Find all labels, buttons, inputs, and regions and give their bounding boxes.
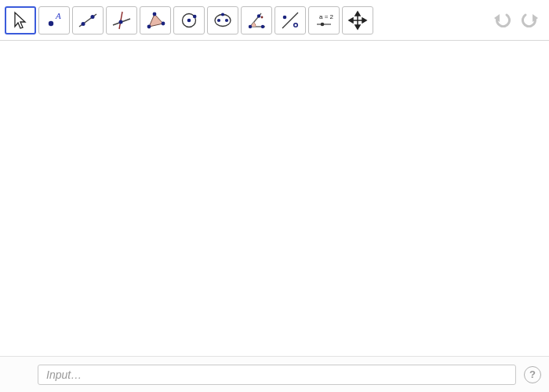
help-button[interactable]: ?	[524, 366, 541, 383]
svg-point-22	[261, 24, 264, 27]
svg-text:a = 2: a = 2	[319, 13, 334, 20]
toolbar: A	[0, 0, 549, 41]
svg-point-26	[283, 15, 287, 19]
svg-marker-36	[362, 18, 366, 23]
svg-point-24	[261, 16, 264, 18]
undo-button[interactable]	[491, 9, 514, 32]
angle-icon	[245, 9, 268, 31]
circle-center-point-tool[interactable]	[173, 6, 205, 34]
circle-center-icon	[177, 9, 201, 31]
redo-button[interactable]	[518, 9, 541, 32]
svg-point-11	[162, 21, 165, 25]
tool-group: A	[5, 6, 373, 34]
perpendicular-line-tool[interactable]	[106, 6, 137, 34]
svg-point-4	[91, 15, 95, 19]
svg-point-13	[187, 18, 191, 22]
move-tool[interactable]	[5, 6, 36, 34]
svg-point-30	[321, 22, 325, 26]
reflect-line-tool[interactable]	[274, 6, 306, 34]
input-bar: ?	[0, 356, 549, 392]
svg-point-23	[257, 14, 260, 17]
ellipse-icon	[211, 9, 235, 31]
polygon-tool[interactable]	[140, 6, 171, 34]
perpendicular-line-icon	[110, 9, 133, 31]
svg-marker-8	[149, 14, 163, 27]
point-tool[interactable]: A	[38, 6, 70, 34]
svg-point-3	[82, 22, 85, 26]
command-input[interactable]	[38, 365, 516, 385]
svg-point-27	[294, 23, 298, 27]
svg-point-21	[249, 24, 252, 27]
polygon-icon	[144, 9, 167, 31]
svg-text:A: A	[55, 11, 61, 20]
point-icon: A	[42, 9, 66, 31]
cursor-icon	[9, 9, 32, 31]
svg-point-9	[147, 24, 151, 28]
svg-marker-34	[355, 25, 360, 29]
slider-tool[interactable]: a = 2	[308, 6, 340, 34]
undo-redo-group	[491, 9, 544, 32]
svg-point-17	[225, 18, 228, 21]
line-icon	[76, 9, 100, 31]
svg-marker-35	[349, 18, 353, 23]
svg-point-18	[221, 13, 224, 16]
svg-point-16	[217, 18, 220, 21]
ellipse-tool[interactable]	[207, 6, 238, 34]
slider-icon: a = 2	[312, 9, 336, 31]
line-tool[interactable]	[72, 6, 104, 34]
svg-point-0	[49, 20, 53, 25]
svg-point-14	[193, 14, 197, 18]
graphics-view[interactable]	[0, 41, 549, 356]
move-view-tool[interactable]	[342, 6, 373, 34]
reflect-line-icon	[278, 9, 302, 31]
help-icon: ?	[529, 368, 536, 380]
move-view-icon	[346, 9, 369, 31]
svg-marker-33	[355, 12, 360, 16]
redo-icon	[519, 10, 540, 31]
svg-line-25	[282, 13, 298, 28]
angle-tool[interactable]	[241, 6, 272, 34]
svg-point-10	[153, 12, 157, 16]
undo-icon	[493, 10, 513, 31]
svg-point-7	[119, 20, 123, 24]
